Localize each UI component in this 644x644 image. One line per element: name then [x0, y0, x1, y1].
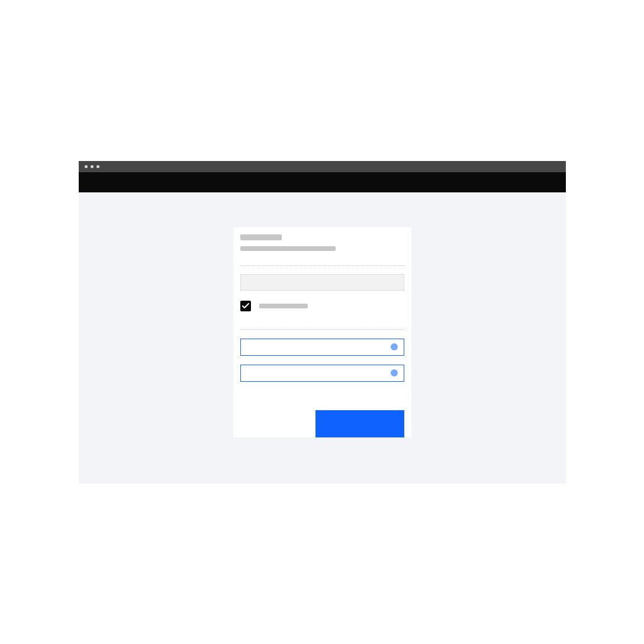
- window-titlebar: [79, 161, 566, 172]
- browser-window: [79, 161, 566, 484]
- check-icon: [242, 303, 249, 309]
- primary-button[interactable]: [315, 410, 404, 437]
- checkbox[interactable]: [240, 301, 251, 311]
- window-control-maximize[interactable]: [96, 165, 99, 168]
- checkbox-row: [240, 301, 404, 311]
- window-control-minimize[interactable]: [91, 165, 94, 168]
- form-card: [233, 227, 411, 437]
- card-title: [240, 234, 282, 240]
- card-subtitle: [240, 246, 336, 251]
- button-row: [240, 410, 404, 437]
- text-input[interactable]: [240, 274, 404, 291]
- selectable-field-1[interactable]: [240, 339, 404, 356]
- selectable-field-2[interactable]: [240, 365, 404, 382]
- app-header: [79, 172, 566, 192]
- indicator-dot-icon: [391, 343, 398, 350]
- spacer: [240, 391, 404, 410]
- window-control-close[interactable]: [85, 165, 88, 168]
- content-area: [79, 192, 566, 437]
- indicator-dot-icon: [391, 369, 398, 376]
- checkbox-label: [259, 304, 308, 308]
- divider: [240, 265, 404, 266]
- divider: [240, 329, 404, 330]
